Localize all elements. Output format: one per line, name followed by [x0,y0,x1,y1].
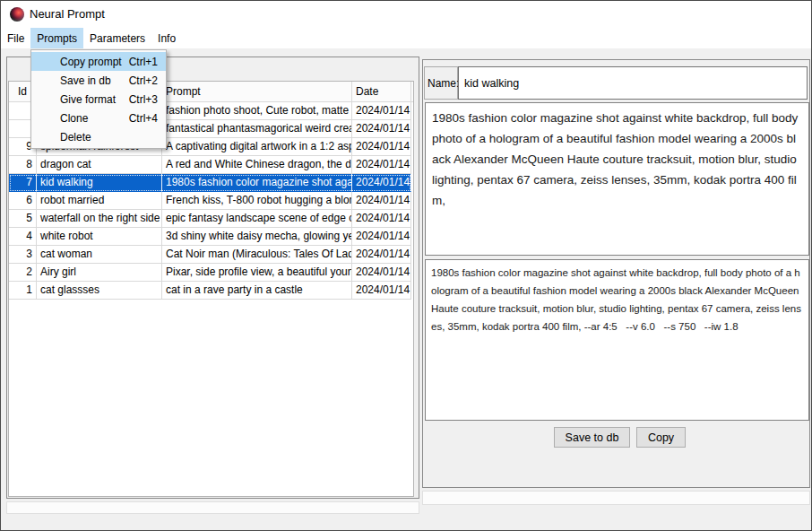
menu-item-shortcut: Ctrl+2 [129,74,158,87]
menubar-item[interactable]: Prompts [30,28,83,48]
row-filler [411,264,413,282]
menu-item-shortcut: Ctrl+4 [129,112,158,125]
dropdown-menu-item[interactable]: Save in db Ctrl+2 [31,71,166,90]
column-header[interactable]: Prompt [162,82,352,101]
cell-id: 8 [9,156,37,174]
table-row-cells: 1 cat glassses cat in a rave party in a … [9,282,411,300]
table-row[interactable]: 6 robot married French kiss, T-800 robot… [9,192,413,210]
row-filler [411,246,413,264]
cell-date: 2024/01/14 [352,138,411,156]
cell-name: cat glassses [37,282,162,300]
row-filler [411,210,413,228]
cell-date: 2024/01/14 [352,192,411,210]
cell-id: 7 [9,174,37,192]
cell-date: 2024/01/14 [352,120,411,138]
cell-prompt: epic fantasy landscape scene of edge of.… [162,210,352,228]
menu-item-label: Delete [60,131,158,144]
row-filler [411,138,413,156]
menubar-item[interactable]: Info [151,28,182,48]
row-filler [411,228,413,246]
menu-item-shortcut: Ctrl+3 [129,93,158,106]
app-icon [10,7,24,22]
cell-date: 2024/01/14 [352,246,411,264]
column-header[interactable]: Date [352,82,411,101]
cell-prompt: A red and White Chinese dragon, the dr..… [162,156,352,174]
table-row-cells: 4 white robot 3d shiny white daisy mecha… [9,228,411,246]
table-row-cells: 5 waterfall on the right side epic fanta… [9,210,411,228]
window-title: Neural Prompt [30,1,105,28]
table-row[interactable]: 5 waterfall on the right side epic fanta… [9,210,413,228]
cell-prompt: 3d shiny white daisy mecha, glowing yell… [162,228,352,246]
menu-item-label: Copy prompt [60,56,129,68]
cell-prompt: Pixar, side profile view, a beautiful yo… [162,264,352,282]
table-row-cells: 7 kid walking 1980s fashion color magazi… [9,174,411,192]
table-row[interactable]: 3 cat woman Cat Noir man (Miraculous: Ta… [9,246,413,264]
prompts-dropdown-menu: Copy prompt Ctrl+1 Save in db Ctrl+2 Giv… [30,49,167,149]
cell-id: 4 [9,228,37,246]
cell-prompt: fashion photo shoot, Cute robot, matte .… [162,102,352,120]
cell-name: Airy girl [37,264,162,282]
title-bar: Neural Prompt [1,1,811,28]
cell-prompt: A captivating digital artwork in a 1:2 a… [162,138,352,156]
dropdown-menu-item[interactable]: Copy prompt Ctrl+1 [31,52,166,71]
cell-name: white robot [37,228,162,246]
menu-item-label: Save in db [60,74,129,87]
cell-prompt: 1980s fashion color magazine shot again.… [162,174,352,192]
prompt-text-area[interactable]: 1980s fashion color magazine shot agains… [425,102,809,256]
cell-id: 3 [9,246,37,264]
row-filler [411,192,413,210]
name-input[interactable] [458,66,808,100]
table-row-cells: 8 dragon cat A red and White Chinese dra… [9,156,411,174]
cell-name: waterfall on the right side [37,210,162,228]
dropdown-menu-item[interactable]: Give format Ctrl+3 [31,90,166,109]
menu-item-shortcut: Ctrl+1 [129,56,158,68]
table-row[interactable]: 7 kid walking 1980s fashion color magazi… [9,174,413,192]
editor-frame: Name: 1980s fashion color magazine shot … [422,59,810,488]
table-row[interactable]: 8 dragon cat A red and White Chinese dra… [9,156,413,174]
cell-name: cat woman [37,246,162,264]
table-row[interactable]: 2 Airy girl Pixar, side profile view, a … [9,264,413,282]
cell-id: 2 [9,264,37,282]
menu-item-label: Give format [60,93,129,106]
cell-date: 2024/01/14 [352,282,411,300]
cell-date: 2024/01/14 [352,174,411,192]
cell-id: 1 [9,282,37,300]
left-bottom-strip [6,501,419,514]
table-row-cells: 2 Airy girl Pixar, side profile view, a … [9,264,411,282]
menubar-item[interactable]: File [1,28,30,48]
menubar-item[interactable]: Parameters [83,28,151,48]
copy-button[interactable]: Copy [636,427,686,448]
cell-prompt: cat in a rave party in a castle [162,282,352,300]
cell-date: 2024/01/14 [352,156,411,174]
table-row-cells: 6 robot married French kiss, T-800 robot… [9,192,411,210]
formatted-prompt-text-area[interactable]: 1980s fashion color magazine shot agains… [425,259,809,421]
cell-prompt: fantastical phantasmagorical weird creat… [162,120,352,138]
cell-prompt: Cat Noir man (Miraculous: Tales Of Lady.… [162,246,352,264]
table-row[interactable]: 1 cat glassses cat in a rave party in a … [9,282,413,300]
row-filler [411,174,413,192]
cell-date: 2024/01/14 [352,102,411,120]
name-label: Name: [424,66,458,100]
save-to-db-button[interactable]: Save to db [554,427,630,448]
row-filler [411,102,413,120]
cell-date: 2024/01/14 [352,264,411,282]
cell-name: kid walking [37,174,162,192]
row-filler [411,156,413,174]
table-row-cells: 3 cat woman Cat Noir man (Miraculous: Ta… [9,246,411,264]
menu-item-label: Clone [60,112,129,125]
row-filler [411,282,413,300]
row-filler [411,120,413,138]
dropdown-menu-item[interactable]: Clone Ctrl+4 [31,109,166,127]
cell-id: 6 [9,192,37,210]
cell-date: 2024/01/14 [352,228,411,246]
cell-name: robot married [37,192,162,210]
cell-prompt: French kiss, T-800 robot hugging a blon.… [162,192,352,210]
app-window: { "window": { "title": "Neural Prompt" }… [0,0,812,531]
cell-name: dragon cat [37,156,162,174]
cell-id: 5 [9,210,37,228]
cell-date: 2024/01/14 [352,210,411,228]
menu-bar: File Prompts Parameters Info [1,28,811,48]
table-row[interactable]: 4 white robot 3d shiny white daisy mecha… [9,228,413,246]
right-bottom-strip [422,491,810,505]
dropdown-menu-item[interactable]: Delete [31,127,166,146]
